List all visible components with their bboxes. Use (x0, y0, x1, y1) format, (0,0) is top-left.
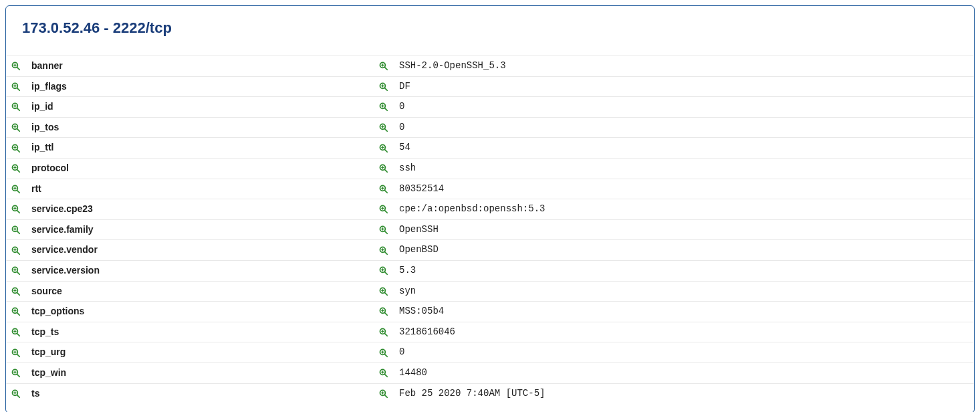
property-value: cpe:/a:openbsd:openssh:5.3 (394, 199, 974, 220)
magnify-plus-icon[interactable] (11, 205, 21, 214)
magnify-plus-icon[interactable] (11, 62, 21, 71)
search-value-cell (374, 342, 394, 363)
svg-line-83 (17, 272, 20, 275)
magnify-plus-icon[interactable] (11, 123, 21, 132)
magnify-plus-icon[interactable] (11, 82, 21, 92)
svg-line-79 (385, 251, 388, 254)
svg-line-103 (385, 313, 388, 316)
magnify-plus-icon[interactable] (11, 348, 21, 358)
search-key-cell (6, 179, 26, 199)
magnify-plus-icon[interactable] (379, 102, 388, 112)
magnify-plus-icon[interactable] (11, 185, 21, 194)
magnify-plus-icon[interactable] (379, 185, 388, 194)
svg-line-67 (17, 231, 20, 234)
table-row: tcp_options MSS:05b4 (6, 302, 974, 322)
magnify-plus-icon[interactable] (379, 389, 388, 399)
property-key: tcp_ts (26, 322, 374, 342)
svg-line-39 (385, 149, 388, 152)
table-row: protocol ssh (6, 158, 974, 179)
magnify-plus-icon[interactable] (379, 144, 388, 153)
table-row: service.vendor OpenBSD (6, 240, 974, 261)
svg-line-27 (17, 129, 20, 132)
table-row: ip_tos 0 (6, 117, 974, 138)
search-key-cell (6, 322, 26, 342)
search-key-cell (6, 76, 26, 97)
svg-line-123 (17, 375, 20, 377)
table-row: source syn (6, 281, 974, 302)
property-key: ip_tos (26, 117, 374, 138)
magnify-plus-icon[interactable] (379, 246, 388, 255)
svg-line-91 (17, 292, 20, 295)
svg-line-11 (17, 88, 20, 90)
property-key: service.family (26, 219, 374, 240)
search-value-cell (374, 56, 394, 77)
magnify-plus-icon[interactable] (379, 266, 388, 276)
magnify-plus-icon[interactable] (11, 369, 21, 378)
table-row: service.cpe23 cpe:/a:openbsd:openssh:5.3 (6, 199, 974, 220)
search-key-cell (6, 138, 26, 159)
property-value: Feb 25 2020 7:40AM [UTC-5] (394, 383, 974, 403)
property-value: 0 (394, 117, 974, 138)
magnify-plus-icon[interactable] (379, 205, 388, 214)
property-value: OpenSSH (394, 219, 974, 240)
search-value-cell (374, 97, 394, 118)
table-row: tcp_urg 0 (6, 342, 974, 363)
property-value: 14480 (394, 363, 974, 383)
magnify-plus-icon[interactable] (11, 328, 21, 337)
table-row: ts Feb 25 2020 7:40AM [UTC-5] (6, 383, 974, 403)
magnify-plus-icon[interactable] (379, 62, 388, 71)
magnify-plus-icon[interactable] (11, 389, 21, 399)
magnify-plus-icon[interactable] (11, 307, 21, 316)
property-key: rtt (26, 179, 374, 199)
svg-line-7 (385, 68, 388, 70)
property-value: SSH-2.0-OpenSSH_5.3 (394, 56, 974, 77)
svg-line-135 (385, 395, 388, 397)
search-value-cell (374, 76, 394, 97)
table-row: ip_ttl 54 (6, 138, 974, 159)
magnify-plus-icon[interactable] (379, 307, 388, 316)
property-value: 5.3 (394, 260, 974, 281)
property-key: service.cpe23 (26, 199, 374, 220)
svg-line-127 (385, 375, 388, 377)
magnify-plus-icon[interactable] (379, 164, 388, 173)
svg-line-15 (385, 88, 388, 90)
table-row: service.family OpenSSH (6, 219, 974, 240)
magnify-plus-icon[interactable] (11, 246, 21, 255)
table-row: ip_flags DF (6, 76, 974, 97)
svg-line-63 (385, 211, 388, 213)
table-row: tcp_ts 3218616046 (6, 322, 974, 342)
search-value-cell (374, 240, 394, 261)
property-value: DF (394, 76, 974, 97)
search-value-cell (374, 117, 394, 138)
property-value: 54 (394, 138, 974, 159)
property-key: ts (26, 383, 374, 403)
search-value-cell (374, 363, 394, 383)
property-key: banner (26, 56, 374, 77)
search-value-cell (374, 322, 394, 342)
svg-line-71 (385, 231, 388, 234)
magnify-plus-icon[interactable] (11, 102, 21, 112)
magnify-plus-icon[interactable] (379, 225, 388, 235)
property-key: ip_ttl (26, 138, 374, 159)
search-key-cell (6, 302, 26, 322)
magnify-plus-icon[interactable] (379, 328, 388, 337)
svg-line-55 (385, 190, 388, 193)
table-row: rtt 80352514 (6, 179, 974, 199)
magnify-plus-icon[interactable] (11, 225, 21, 235)
search-key-cell (6, 97, 26, 118)
magnify-plus-icon[interactable] (379, 82, 388, 92)
property-key: source (26, 281, 374, 302)
search-value-cell (374, 179, 394, 199)
magnify-plus-icon[interactable] (11, 144, 21, 153)
magnify-plus-icon[interactable] (11, 164, 21, 173)
magnify-plus-icon[interactable] (379, 123, 388, 132)
magnify-plus-icon[interactable] (11, 287, 21, 296)
search-value-cell (374, 260, 394, 281)
property-key: tcp_urg (26, 342, 374, 363)
svg-line-43 (17, 170, 20, 173)
search-key-cell (6, 363, 26, 383)
magnify-plus-icon[interactable] (11, 266, 21, 276)
magnify-plus-icon[interactable] (379, 348, 388, 358)
magnify-plus-icon[interactable] (379, 369, 388, 378)
magnify-plus-icon[interactable] (379, 287, 388, 296)
